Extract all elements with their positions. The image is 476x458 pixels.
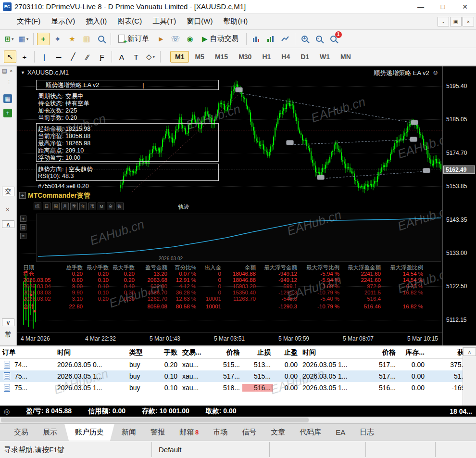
orders-column-header[interactable]: 库存...: [398, 348, 427, 357]
label-button[interactable]: T: [130, 51, 142, 63]
trendline-button[interactable]: ╱: [67, 51, 79, 63]
trade-marker-icon[interactable]: [423, 168, 430, 173]
commander-tab-1[interactable]: 日: [43, 203, 50, 210]
panel-close-icon[interactable]: ×: [10, 68, 13, 74]
zoom-in-button[interactable]: +: [299, 33, 311, 45]
bottom-tab-6[interactable]: 市场: [206, 424, 235, 441]
commander-tab-4[interactable]: 季: [70, 203, 78, 210]
vertical-line-button[interactable]: |: [38, 51, 50, 63]
commander-tool-icon[interactable]: +: [20, 216, 26, 222]
orders-column-header[interactable]: 手数: [155, 348, 180, 357]
dock-icon[interactable]: ▤: [2, 68, 7, 74]
horizontal-line-button[interactable]: ─: [52, 51, 65, 63]
favorites-button[interactable]: ★: [66, 33, 78, 45]
commander-tab-9[interactable]: 账: [116, 203, 124, 210]
orders-column-header[interactable]: 止损: [242, 348, 273, 357]
commander-tab-7[interactable]: M: [98, 203, 105, 210]
collapse-arrow-icon[interactable]: ▼: [21, 70, 25, 75]
orders-column-header[interactable]: 价格: [368, 348, 398, 357]
scroll-up-button[interactable]: ∧: [2, 220, 14, 228]
orders-column-header[interactable]: 价格: [211, 348, 242, 357]
menu-item-3[interactable]: 图表(C): [112, 13, 147, 29]
data-window-button[interactable]: ⌖: [51, 33, 64, 45]
orders-column-header[interactable]: 时间: [300, 348, 368, 357]
channel-button[interactable]: ∕∕: [81, 51, 94, 63]
symbol-search-button[interactable]: [95, 33, 107, 45]
trade-panel-tab[interactable]: 交: [2, 187, 14, 196]
ea-name-header[interactable]: 顺势递增策略 EA v2 ☺: [374, 69, 438, 77]
mdi-minimize-button[interactable]: -: [438, 17, 449, 26]
orders-column-header[interactable]: 止盈: [273, 348, 300, 357]
bottom-tab-8[interactable]: 文章: [263, 424, 292, 441]
shapes-button[interactable]: ◇▾: [144, 51, 157, 63]
profiles-button[interactable]: ▦▾: [17, 33, 30, 45]
commander-tool-icon[interactable]: ▤: [20, 224, 26, 230]
commander-track-label[interactable]: 轨迹: [178, 203, 189, 211]
common-panel-tab[interactable]: 常: [2, 330, 14, 340]
bottom-tab-9[interactable]: 代码库: [292, 424, 328, 441]
menu-item-6[interactable]: 帮助(H): [218, 13, 253, 29]
commander-tab-2[interactable]: 周: [52, 203, 60, 210]
timeframe-h4[interactable]: H4: [276, 51, 295, 63]
crosshair-button[interactable]: +: [18, 51, 31, 63]
timeframe-d1[interactable]: D1: [296, 51, 314, 63]
autotrade-button[interactable]: ▶自动交易: [198, 33, 243, 44]
trade-marker-icon[interactable]: [235, 87, 243, 92]
orders-column-header[interactable]: 订单: [0, 348, 55, 357]
menu-item-0[interactable]: 文件(F): [12, 13, 46, 29]
status-profile[interactable]: Default: [159, 445, 182, 454]
contact-broker-button[interactable]: ☏: [169, 33, 182, 45]
cursor-button[interactable]: ↖: [4, 51, 16, 63]
bottom-tab-0[interactable]: 交易: [7, 424, 36, 441]
timeframe-mn[interactable]: MN: [336, 51, 356, 63]
menu-item-5[interactable]: 窗口(W): [181, 13, 218, 29]
commander-tab-0[interactable]: 综: [34, 203, 41, 210]
trade-marker-icon[interactable]: [286, 140, 294, 145]
bottom-tab-10[interactable]: EA: [328, 424, 352, 441]
minimize-button[interactable]: —: [410, 0, 432, 13]
scroll-down-button[interactable]: ∨: [2, 318, 14, 326]
commander-tab-8[interactable]: 金: [107, 203, 114, 210]
depth-of-market-button[interactable]: [250, 33, 263, 45]
order-row[interactable]: 75...2026.03.05 1...buy0.10xau...517...5…: [0, 370, 476, 382]
orders-column-header[interactable]: 交易...: [180, 348, 211, 357]
timeframe-w1[interactable]: W1: [315, 51, 335, 63]
webinar-button[interactable]: ◉: [184, 33, 196, 45]
terminal-button[interactable]: ▥: [80, 33, 93, 45]
objects-list-button[interactable]: [279, 33, 291, 45]
close-icon[interactable]: ×: [6, 206, 10, 213]
smiley-icon[interactable]: ☺: [432, 69, 438, 77]
commander-tab-5[interactable]: 年: [79, 203, 87, 210]
bottom-tab-5[interactable]: 邮箱8: [172, 424, 206, 441]
menu-item-2[interactable]: 插入(I): [80, 13, 112, 29]
trade-marker-icon[interactable]: [317, 175, 325, 180]
commander-tool-icon[interactable]: ≡: [20, 233, 26, 239]
bottom-tab-4[interactable]: 警报: [143, 424, 172, 441]
scroll-up-button[interactable]: ∧: [463, 347, 476, 356]
timeframe-m30[interactable]: M30: [234, 51, 256, 63]
bottom-tab-11[interactable]: 日志: [352, 424, 381, 441]
timeframe-m1[interactable]: M1: [170, 51, 189, 63]
commander-tab-6[interactable]: 币: [88, 203, 96, 210]
horizontal-scrollbar[interactable]: [0, 417, 476, 423]
menu-item-1[interactable]: 显示(V): [46, 13, 80, 29]
maximize-button[interactable]: □: [432, 0, 454, 13]
new-chart-button[interactable]: ⊞▾: [3, 33, 15, 45]
timeframe-m15[interactable]: M15: [210, 51, 233, 63]
orders-column-header[interactable]: 类型: [127, 348, 155, 357]
bottom-tab-7[interactable]: 信号: [235, 424, 263, 441]
order-row[interactable]: 74...2026.03.05 0...buy0.20xau...515...5…: [0, 359, 476, 370]
bottom-tab-3[interactable]: 新闻: [114, 424, 143, 441]
order-row[interactable]: 75...2026.03.05 1...buy0.10xau...518...5…: [0, 382, 476, 394]
zoom-out-button[interactable]: -: [313, 33, 326, 45]
trade-marker-icon[interactable]: [410, 137, 417, 142]
fibonacci-button[interactable]: Ƒ: [96, 51, 108, 63]
bottom-tab-1[interactable]: 展示: [36, 424, 64, 441]
navigator-panel-icon[interactable]: +: [3, 109, 12, 117]
timeframe-m5[interactable]: M5: [190, 51, 209, 63]
timeframe-h1[interactable]: H1: [257, 51, 276, 63]
scrollbar-thumb[interactable]: [1, 418, 309, 422]
grip-icon[interactable]: ⋮: [6, 79, 12, 85]
menu-item-4[interactable]: 工具(T): [147, 13, 181, 29]
trade-marker-icon[interactable]: [411, 120, 418, 125]
